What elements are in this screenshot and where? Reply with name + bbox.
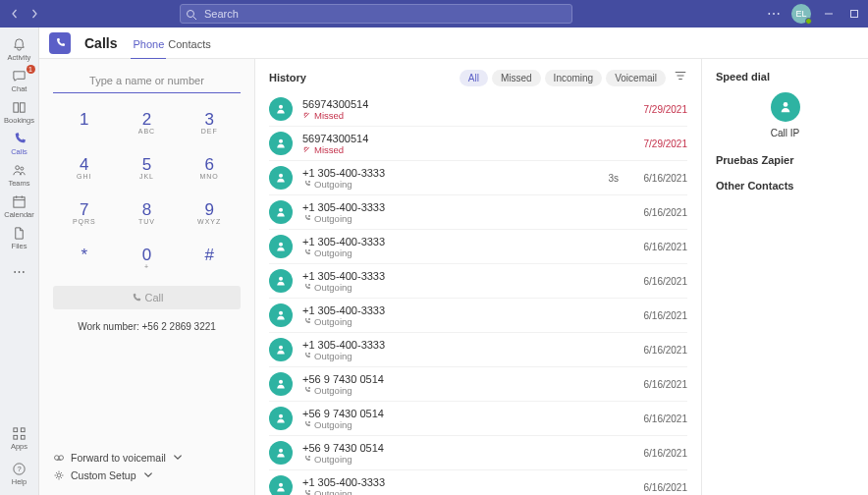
row-date: 6/16/2021 — [628, 207, 687, 218]
dial-input[interactable] — [53, 69, 241, 93]
section-other-contacts[interactable]: Other Contacts — [716, 180, 854, 192]
dialkey-num: 0 — [142, 246, 151, 265]
rail-item-calendar[interactable]: Calendar — [0, 191, 39, 222]
person-icon — [269, 200, 293, 224]
svg-rect-12 — [14, 427, 18, 431]
history-row[interactable]: 56974300514Missed7/29/2021 — [269, 92, 687, 127]
history-list[interactable]: 56974300514Missed7/29/202156974300514Mis… — [269, 92, 687, 495]
filter-icon[interactable] — [670, 69, 687, 86]
more-icon[interactable]: ⋯ — [767, 6, 782, 22]
svg-point-6 — [16, 165, 20, 169]
title-bar: ⋯ EL — [0, 0, 868, 28]
row-number: 56974300514 — [302, 133, 570, 144]
dialkey-#[interactable]: # — [178, 239, 241, 278]
row-date: 6/16/2021 — [628, 173, 687, 184]
history-row[interactable]: +1 305-400-3333Outgoing6/16/2021 — [269, 299, 687, 333]
tab-contacts[interactable]: Contacts — [166, 30, 212, 58]
rail-more[interactable]: ⋯ — [0, 255, 39, 287]
forward-label: Forward to voicemail — [71, 452, 166, 464]
history-row[interactable]: +56 9 7430 0514Outgoing6/16/2021 — [269, 402, 687, 436]
rail-label: Calendar — [4, 210, 33, 219]
dialkey-4[interactable]: 4GHI — [53, 148, 116, 188]
history-row[interactable]: +1 305-400-3333Outgoing3s6/16/2021 — [269, 161, 687, 195]
search-wrap — [180, 4, 572, 24]
rail-item-activity[interactable]: Activity — [0, 33, 39, 65]
filter-incoming[interactable]: Incoming — [545, 70, 603, 86]
dialkey-6[interactable]: 6MNO — [178, 148, 241, 188]
dialkey-sub: ABC — [138, 128, 155, 136]
rail-help-label: Help — [12, 477, 27, 486]
person-icon — [269, 475, 293, 495]
rail-label: Teams — [8, 179, 29, 188]
svg-point-32 — [279, 449, 283, 453]
forward-button[interactable] — [26, 5, 43, 23]
rail-help[interactable]: ? Help — [0, 458, 39, 489]
minimize-button[interactable] — [821, 6, 837, 22]
history-row[interactable]: +1 305-400-3333Outgoing6/16/2021 — [269, 264, 687, 299]
svg-point-22 — [279, 105, 283, 109]
dialkey-num: 7 — [80, 200, 88, 220]
tab-phone[interactable]: Phone — [131, 30, 166, 60]
filter-all[interactable]: All — [460, 70, 488, 86]
dialer-footer: Forward to voicemail Custom Setup — [53, 452, 241, 485]
person-icon — [269, 338, 293, 361]
history-row[interactable]: +1 305-400-3333Outgoing6/16/2021 — [269, 195, 687, 230]
person-icon — [269, 235, 293, 258]
dialkey-0[interactable]: 0+ — [116, 239, 179, 278]
calls-body: 12ABC3DEF4GHI5JKL6MNO7PQRS8TUV9WXYZ*0+# … — [39, 59, 868, 495]
rail-item-bookings[interactable]: Bookings — [0, 96, 39, 128]
speed-dial-contact[interactable]: Call IP — [716, 92, 854, 138]
history-row[interactable]: +1 305-400-3333Outgoing6/16/2021 — [269, 333, 687, 367]
dialkey-3[interactable]: 3DEF — [178, 103, 241, 142]
rail-apps[interactable]: Apps — [0, 422, 39, 454]
back-button[interactable] — [6, 5, 24, 23]
history-header: History AllMissedIncomingVoicemail — [269, 69, 687, 86]
dialkey-1[interactable]: 1 — [53, 103, 116, 142]
search-input[interactable] — [180, 4, 572, 24]
dialkey-5[interactable]: 5JKL — [116, 148, 179, 188]
row-number: +1 305-400-3333 — [302, 236, 570, 248]
row-number: +56 9 7430 0514 — [302, 442, 570, 454]
row-main: +56 9 7430 0514Outgoing — [302, 408, 570, 430]
custom-setup-link[interactable]: Custom Setup — [53, 469, 241, 481]
chevron-down-icon — [142, 469, 154, 481]
maximize-button[interactable] — [846, 6, 862, 22]
person-icon — [269, 97, 293, 121]
svg-point-25 — [279, 208, 283, 212]
svg-point-27 — [279, 277, 283, 281]
history-row[interactable]: +56 9 7430 0514Outgoing6/16/2021 — [269, 367, 687, 402]
row-main: +1 305-400-3333Outgoing — [302, 476, 570, 496]
dialkey-9[interactable]: 9WXYZ — [178, 193, 241, 233]
dialkey-2[interactable]: 2ABC — [116, 103, 179, 142]
person-icon — [269, 132, 293, 155]
user-avatar[interactable]: EL — [791, 4, 811, 24]
dialkey-*[interactable]: * — [53, 239, 116, 278]
dialkey-sub: + — [144, 263, 149, 271]
presence-indicator — [805, 18, 812, 25]
rail-item-files[interactable]: Files — [0, 222, 39, 253]
rail-item-calls[interactable]: Calls — [0, 128, 39, 159]
svg-point-30 — [279, 380, 283, 384]
dialkey-7[interactable]: 7PQRS — [53, 193, 116, 233]
row-status: Outgoing — [302, 488, 570, 496]
history-panel: History AllMissedIncomingVoicemail 56974… — [255, 59, 701, 495]
history-row[interactable]: +1 305-400-3333Outgoing6/16/2021 — [269, 230, 687, 264]
filter-missed[interactable]: Missed — [492, 70, 541, 86]
history-row[interactable]: +1 305-400-3333Outgoing6/16/2021 — [269, 470, 687, 495]
rail-item-chat[interactable]: Chat1 — [0, 65, 39, 96]
dialer-panel: 12ABC3DEF4GHI5JKL6MNO7PQRS8TUV9WXYZ*0+# … — [39, 59, 255, 495]
svg-point-29 — [279, 346, 283, 350]
svg-point-24 — [279, 174, 283, 178]
dialkey-8[interactable]: 8TUV — [116, 193, 179, 233]
person-icon — [269, 372, 293, 396]
rail-label: Calls — [11, 147, 27, 156]
history-row[interactable]: 56974300514Missed7/29/2021 — [269, 127, 687, 161]
call-button[interactable]: Call — [53, 286, 241, 309]
filter-voicemail[interactable]: Voicemail — [606, 70, 666, 86]
row-duration: 3s — [579, 173, 619, 184]
section-pruebas[interactable]: Pruebas Zapier — [716, 154, 854, 166]
person-icon — [771, 92, 800, 122]
forward-voicemail-link[interactable]: Forward to voicemail — [53, 452, 241, 464]
history-row[interactable]: +56 9 7430 0514Outgoing6/16/2021 — [269, 436, 687, 470]
rail-item-teams[interactable]: Teams — [0, 159, 39, 191]
